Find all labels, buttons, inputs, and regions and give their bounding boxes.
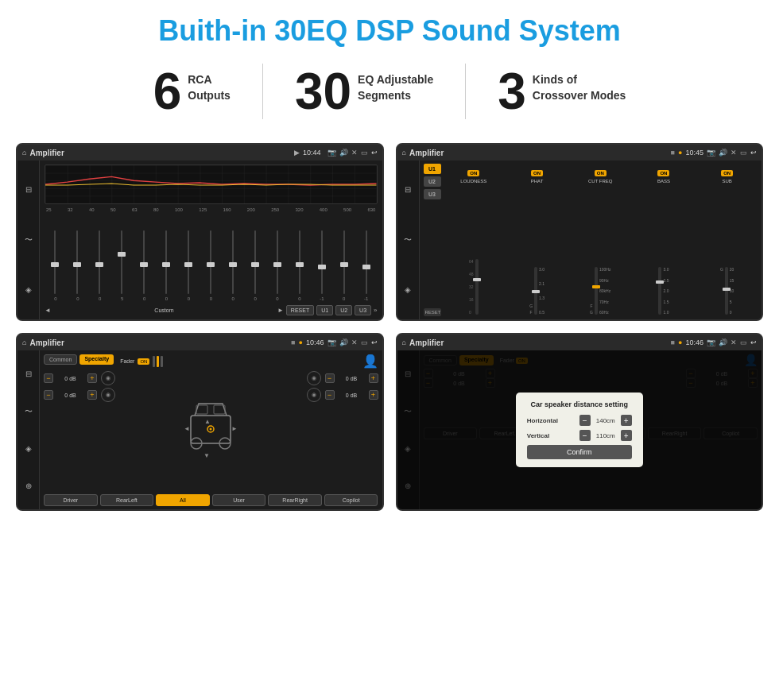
xo-icon-wave[interactable]: 〜 (404, 236, 412, 244)
sp-user-icon[interactable]: 👤 (362, 354, 378, 369)
xo-phat-slider-1[interactable] (534, 267, 537, 315)
eq-slider-9[interactable] (245, 230, 265, 294)
eq-u3-btn[interactable]: U3 (355, 305, 371, 315)
sp-home-icon[interactable]: ⌂ (22, 338, 26, 346)
eq-prev[interactable]: ◄ (45, 307, 51, 314)
xo-home-icon[interactable]: ⌂ (402, 149, 406, 157)
sp-driver-btn[interactable]: Driver (44, 494, 98, 506)
sp-plus-2[interactable]: + (87, 390, 97, 400)
dialog-horizontal-row: Horizontal − 140cm + (527, 415, 632, 426)
xo-loudness-slider[interactable] (475, 259, 479, 315)
sp-minus-1[interactable]: − (44, 373, 53, 383)
eq-screen: ⌂ Amplifier ▶ 10:44 📷 🔊 ✕ ▭ ↩ ⊟ 〜 ◈ (16, 143, 384, 321)
eq-next[interactable]: ► (277, 307, 284, 314)
sp-icon-expand[interactable]: ⊕ (25, 482, 32, 490)
sp-body: ⊟ 〜 ◈ ⊕ Common Specialty Fader ON (17, 350, 382, 509)
sp-tabs: Common Specialty (44, 354, 114, 365)
eq-slider-0[interactable] (45, 230, 65, 294)
dialog-horizontal-minus[interactable]: − (579, 415, 591, 426)
dialog-vertical-plus[interactable]: + (621, 430, 632, 441)
volume-icon[interactable]: 🔊 (339, 149, 348, 157)
eq-icon-sliders[interactable]: ⊟ (25, 186, 32, 194)
xo-phat-on[interactable]: ON (531, 170, 543, 176)
sp-minus-4[interactable]: − (325, 390, 335, 400)
xo-sub-on[interactable]: ON (721, 170, 733, 176)
eq-slider-8[interactable] (223, 230, 243, 294)
eq-slider-4[interactable] (134, 230, 154, 294)
screens-grid: ⌂ Amplifier ▶ 10:44 📷 🔊 ✕ ▭ ↩ ⊟ 〜 ◈ (0, 135, 779, 527)
eq-slider-14[interactable] (356, 230, 377, 294)
sp-topbar: ⌂ Amplifier ■ ● 10:46 📷 🔊 ✕ ▭ ↩ (17, 335, 382, 350)
dialog-confirm-button[interactable]: Confirm (527, 445, 632, 459)
eq-slider-3[interactable] (111, 230, 132, 294)
xo-reset-btn[interactable]: RESET (424, 308, 441, 316)
dlg-rect-icon: ▭ (740, 338, 747, 346)
eq-icon-speaker[interactable]: ◈ (25, 286, 32, 294)
sp-tab-common[interactable]: Common (44, 354, 77, 365)
xo-ch-phat: ON PHAT G F 3.0 (506, 164, 568, 316)
xo-back-icon[interactable]: ↩ (750, 149, 757, 157)
dialog-horizontal-plus[interactable]: + (621, 415, 632, 426)
eq-slider-5[interactable] (156, 230, 176, 294)
xo-icon-speaker[interactable]: ◈ (405, 286, 411, 294)
eq-slider-1[interactable] (67, 230, 87, 294)
xo-bass-slider[interactable] (658, 267, 661, 315)
sp-tab-specialty[interactable]: Specialty (79, 354, 114, 365)
sp-plus-3[interactable]: + (369, 373, 378, 383)
xo-cutfreq-on[interactable]: ON (595, 170, 607, 176)
eq-slider-12[interactable] (312, 230, 332, 294)
sp-screen-title: Amplifier (29, 338, 288, 347)
eq-slider-7[interactable] (200, 230, 221, 294)
eq-icon-wave[interactable]: 〜 (25, 236, 33, 244)
xo-sub-slider[interactable] (725, 267, 728, 315)
stat-eq: 30 EQ AdjustableSegments (263, 66, 465, 117)
fader-row: Fader ON (120, 356, 163, 367)
dlg-home-icon[interactable]: ⌂ (402, 338, 406, 346)
eq-slider-2[interactable] (89, 230, 110, 294)
eq-slider-6[interactable] (178, 230, 199, 294)
sp-all-btn[interactable]: All (156, 494, 210, 506)
xo-cutfreq-slider[interactable] (595, 267, 598, 315)
xo-vol-icon[interactable]: 🔊 (719, 149, 727, 157)
eq-slider-10[interactable] (267, 230, 288, 294)
xo-loudness-on[interactable]: ON (467, 170, 479, 176)
xo-bass-on[interactable]: ON (657, 170, 669, 176)
stat-crossover-label: Kinds ofCrossover Modes (533, 66, 626, 103)
eq-more[interactable]: » (374, 307, 377, 314)
play-icon: ▶ (294, 149, 300, 157)
sp-vol-icon[interactable]: 🔊 (339, 338, 348, 346)
dialog-vertical-minus[interactable]: − (579, 430, 591, 441)
xo-u3-btn[interactable]: U3 (424, 189, 441, 199)
dlg-vol-icon[interactable]: 🔊 (719, 338, 727, 346)
fader-bar-3 (161, 356, 163, 367)
stat-eq-number: 30 (295, 66, 351, 117)
sp-x-icon: ✕ (351, 338, 358, 346)
eq-slider-11[interactable] (289, 230, 310, 294)
fader-on-badge[interactable]: ON (138, 358, 149, 365)
dlg-back-icon[interactable]: ↩ (750, 338, 757, 346)
sp-plus-4[interactable]: + (369, 390, 378, 400)
home-icon[interactable]: ⌂ (22, 149, 26, 157)
eq-u2-btn[interactable]: U2 (335, 305, 352, 315)
dialog-title: Car speaker distance setting (527, 400, 632, 408)
sp-back-icon[interactable]: ↩ (371, 338, 378, 346)
sp-copilot-btn[interactable]: Copilot (324, 494, 378, 506)
sp-icon-wave[interactable]: 〜 (25, 408, 33, 416)
sp-rearright-btn[interactable]: RearRight (268, 494, 322, 506)
xo-u1-btn[interactable]: U1 (424, 164, 441, 174)
xo-icon-sliders[interactable]: ⊟ (405, 186, 411, 194)
sp-rearleft-btn[interactable]: RearLeft (100, 494, 154, 506)
sp-main: Common Specialty Fader ON 👤 (40, 350, 382, 509)
sp-minus-3[interactable]: − (325, 373, 335, 383)
xo-main: U1 U2 U3 RESET ON LOUDNESS (420, 160, 762, 319)
sp-icon-sliders[interactable]: ⊟ (25, 370, 32, 378)
back-icon[interactable]: ↩ (371, 149, 378, 157)
sp-icon-speaker[interactable]: ◈ (25, 445, 32, 453)
eq-u1-btn[interactable]: U1 (316, 305, 333, 315)
sp-user-btn[interactable]: User (212, 494, 266, 506)
eq-slider-13[interactable] (334, 230, 355, 294)
xo-u2-btn[interactable]: U2 (424, 176, 441, 187)
sp-plus-1[interactable]: + (87, 373, 97, 383)
eq-reset-btn[interactable]: RESET (286, 305, 314, 315)
sp-minus-2[interactable]: − (44, 390, 53, 400)
